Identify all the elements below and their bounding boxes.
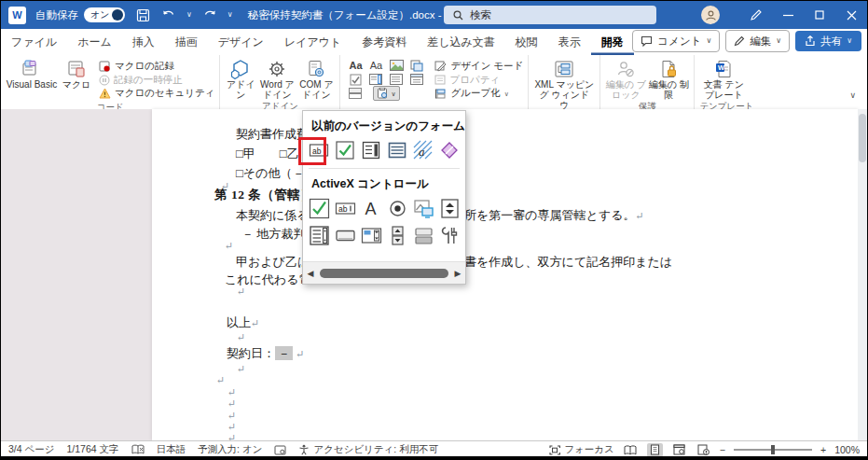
proofing-icon[interactable] (131, 444, 145, 455)
combo-box-content-control[interactable] (369, 74, 382, 85)
insert-frame-icon[interactable] (385, 138, 409, 162)
activex-toggle-button-icon[interactable] (411, 223, 435, 247)
zoom-level[interactable]: 100% (834, 444, 860, 455)
activex-command-button-icon[interactable] (333, 223, 357, 247)
activex-option-button-icon[interactable] (385, 196, 409, 220)
scroll-left-icon[interactable]: ◀ (303, 269, 318, 278)
minimize-button[interactable] (772, 1, 804, 29)
addins-button[interactable]: アドイン (225, 57, 256, 100)
date-picker-content-control[interactable] (410, 74, 423, 85)
focus-mode-button[interactable]: フォーカス (549, 443, 613, 456)
tab-file[interactable]: ファイル (1, 29, 67, 55)
autosave-state: オン (90, 8, 109, 21)
restrict-editing-button[interactable]: 編集の 制限 (648, 57, 689, 100)
warning-icon (99, 88, 111, 99)
activex-listbox-icon[interactable] (307, 223, 331, 247)
word-count[interactable]: 1/1764 文字 (67, 443, 119, 456)
search-input[interactable]: 検索 (444, 6, 656, 24)
repeating-section-control[interactable] (349, 88, 362, 99)
macro-security-button[interactable]: マクロのセキュリティ (99, 87, 214, 101)
account-avatar[interactable] (701, 6, 720, 24)
dropdown-scroll-thumb[interactable] (320, 269, 448, 278)
maximize-button[interactable] (804, 1, 835, 29)
activex-label-icon[interactable]: A (359, 196, 383, 220)
visual-basic-button[interactable]: Visual Basic (6, 57, 58, 90)
tab-layout[interactable]: レイアウト (274, 29, 351, 55)
zoom-page-fit-icon[interactable] (696, 443, 711, 457)
save-icon[interactable] (134, 7, 151, 23)
editing-mode-button[interactable]: 編集 ∨ (725, 30, 790, 52)
print-layout-icon[interactable] (647, 443, 663, 457)
share-button[interactable]: 共有 ∨ (795, 31, 861, 51)
editing-label: 編集 (750, 35, 771, 49)
zoom-out-button[interactable]: − (720, 444, 725, 455)
building-block-gallery-control[interactable] (410, 60, 423, 72)
accessibility-status[interactable]: アクセシビリティ: 利用不可 (298, 443, 438, 456)
legacy-forms-header: 以前のバージョンのフォーム (303, 111, 465, 138)
dropdown-scrollbar[interactable]: ◀ ▶ (303, 261, 465, 284)
xml-mapping-icon (554, 59, 574, 79)
undo-icon[interactable] (160, 7, 177, 23)
activex-checkbox-icon[interactable] (307, 196, 331, 220)
com-addins-button[interactable]: COM アドイン (297, 57, 335, 100)
group-code: Visual Basic マクロ マクロの記録 記録の一時停止 (1, 55, 220, 109)
search-placeholder: 検索 (470, 8, 491, 22)
zoom-slider[interactable] (734, 449, 812, 451)
rich-text-content-control[interactable]: Aa (349, 60, 362, 71)
record-macro-button[interactable]: マクロの記録 (99, 60, 214, 74)
pen-mode-icon[interactable] (740, 1, 772, 29)
tab-view[interactable]: 表示 (548, 29, 591, 55)
autosave-control[interactable]: 自動保存 オン (35, 7, 125, 22)
tab-references[interactable]: 参考資料 (351, 29, 417, 55)
vertical-scrollbar[interactable] (858, 109, 867, 440)
form-field-shading-icon[interactable]: a (411, 138, 435, 162)
activex-spin-button-icon[interactable] (437, 196, 462, 220)
undo-caret-icon[interactable]: ∨ (186, 11, 192, 19)
comments-button[interactable]: コメント ∨ (632, 30, 720, 52)
activex-textbox-icon[interactable]: ab (333, 196, 357, 220)
language-indicator[interactable]: 日本語 (157, 443, 186, 456)
zoom-slider-thumb[interactable] (771, 445, 775, 454)
dropdown-form-field-icon[interactable] (359, 138, 383, 162)
macro-record-status-icon[interactable] (274, 445, 286, 455)
macros-button[interactable]: マクロ (60, 57, 93, 90)
dropdown-list-content-control[interactable] (390, 74, 403, 85)
tab-review[interactable]: 校閲 (505, 29, 548, 55)
redo-icon[interactable] (201, 7, 218, 23)
scrollbar-thumb[interactable] (859, 114, 866, 162)
activex-image-icon[interactable] (411, 196, 435, 220)
group-button[interactable]: グループ化 ∨ (434, 87, 523, 101)
autosave-toggle[interactable]: オン (84, 7, 125, 22)
scroll-right-icon[interactable]: ▶ (450, 269, 465, 278)
collapse-ribbon-icon[interactable]: ∨ (849, 91, 856, 100)
restrict-editing-icon (659, 59, 678, 79)
activex-scrollbar-icon[interactable] (385, 223, 409, 247)
document-template-button[interactable]: W 文書 テンプレート (699, 57, 748, 100)
tab-design[interactable]: デザイン (208, 29, 274, 55)
activex-combobox-icon[interactable] (359, 223, 383, 247)
read-mode-icon[interactable] (623, 443, 639, 457)
web-layout-icon[interactable] (671, 443, 687, 457)
text-prediction[interactable]: 予測入力: オン (198, 443, 262, 456)
tab-developer[interactable]: 開発 (591, 29, 634, 55)
checkbox-form-field-icon[interactable] (333, 138, 357, 162)
document-page[interactable] (152, 109, 859, 440)
tab-insert[interactable]: 挿入 (122, 29, 165, 55)
quick-access-overflow-icon[interactable]: ∨ (227, 11, 233, 19)
plain-text-content-control[interactable]: Aa (370, 60, 382, 71)
close-button[interactable] (835, 1, 867, 29)
reset-form-fields-icon[interactable] (437, 138, 462, 162)
tab-draw[interactable]: 描画 (165, 29, 208, 55)
word-addins-button[interactable]: Word アドイン (258, 57, 296, 100)
checkbox-content-control[interactable] (350, 74, 362, 86)
zoom-in-button[interactable]: + (820, 444, 826, 455)
design-mode-button[interactable]: デザイン モード (434, 60, 523, 74)
tab-mailings[interactable]: 差し込み文書 (417, 29, 505, 55)
picture-content-control[interactable] (390, 60, 404, 71)
tab-home[interactable]: ホーム (67, 29, 122, 55)
activex-header: ActiveX コントロール (303, 169, 465, 196)
legacy-tools-button[interactable]: ∨ (373, 86, 399, 101)
activex-more-controls-icon[interactable] (437, 223, 462, 247)
page-indicator[interactable]: 3/4 ページ (8, 443, 55, 456)
xml-mapping-button[interactable]: XML マッピング ウィンドウ (534, 57, 594, 110)
